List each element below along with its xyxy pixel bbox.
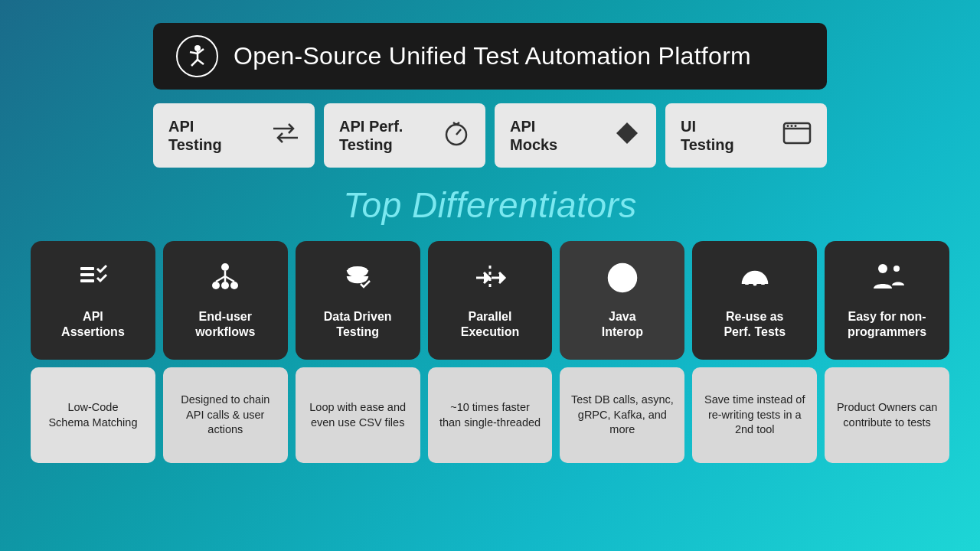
svg-rect-20 [80, 273, 94, 276]
checklist-icon [76, 261, 109, 302]
feature-api-assertions: APIAssertions [31, 241, 155, 360]
svg-point-25 [230, 282, 238, 289]
desc-low-code-text: Low-CodeSchema Matching [48, 400, 137, 430]
timer-icon [443, 119, 470, 152]
feature-java-interop-label: JavaInterop [602, 309, 643, 340]
svg-line-2 [190, 52, 198, 54]
tab-ui-testing[interactable]: UITesting [665, 103, 827, 168]
svg-point-41 [878, 264, 887, 273]
feature-easy-non-programmers: Easy for non-programmers [825, 241, 949, 360]
desc-loop-csv: Loop with ease and even use CSV files [296, 367, 420, 463]
svg-point-18 [795, 125, 797, 127]
tab-api-testing[interactable]: APITesting [153, 103, 315, 168]
feature-data-driven-label: Data DrivenTesting [324, 309, 392, 340]
svg-rect-21 [80, 279, 94, 282]
svg-point-24 [221, 282, 229, 289]
wrench-circle-icon [606, 261, 639, 302]
desc-loop-csv-text: Loop with ease and even use CSV files [306, 400, 410, 430]
desc-save-time: Save time instead of re-writing tests in… [692, 367, 817, 463]
speedometer-icon [738, 261, 772, 302]
tab-api-perf-label: API Perf.Testing [339, 117, 403, 154]
arrows-icon [272, 122, 299, 149]
tab-api-mocks[interactable]: APIMocks [495, 103, 656, 168]
diamond-icon [613, 119, 641, 152]
features-grid: APIAssertions End-userworkflows [31, 241, 949, 360]
header-title: Open-Source Unified Test Automation Plat… [234, 42, 751, 70]
svg-point-37 [753, 282, 756, 286]
person-star-icon [871, 261, 904, 302]
svg-point-17 [791, 125, 793, 127]
desc-grid: Low-CodeSchema Matching Designed to chai… [31, 367, 949, 463]
desc-product-owners: Product Owners can contribute to tests [825, 367, 949, 463]
tab-api-perf-testing[interactable]: API Perf.Testing [324, 103, 485, 168]
header-banner: Open-Source Unified Test Automation Plat… [153, 23, 827, 90]
svg-line-29 [225, 276, 234, 282]
svg-line-5 [198, 60, 204, 64]
svg-rect-19 [80, 267, 94, 270]
svg-point-0 [194, 45, 201, 51]
svg-line-27 [216, 276, 225, 282]
feature-end-user-workflows-label: End-userworkflows [195, 309, 255, 340]
tab-api-mocks-label: APIMocks [510, 117, 557, 154]
desc-chain-api-text: Designed to chain API calls & user actio… [174, 393, 277, 438]
svg-point-23 [212, 282, 220, 289]
svg-point-22 [221, 263, 229, 271]
feature-parallel-execution: ParallelExecution [428, 241, 553, 360]
feature-easy-non-programmers-label: Easy for non-programmers [848, 309, 926, 340]
logo-circle [176, 35, 218, 77]
svg-line-4 [191, 60, 198, 66]
api-tabs-row: APITesting API Perf.Testing APIMocks [153, 103, 827, 168]
svg-point-16 [787, 125, 789, 127]
feature-parallel-execution-label: ParallelExecution [461, 309, 519, 340]
desc-save-time-text: Save time instead of re-writing tests in… [703, 393, 806, 438]
tab-ui-testing-label: UITesting [681, 117, 734, 154]
svg-line-11 [456, 129, 461, 135]
desc-chain-api: Designed to chain API calls & user actio… [163, 367, 288, 463]
window-icon [782, 122, 812, 150]
database-check-icon [341, 261, 374, 302]
karate-logo-icon [184, 43, 211, 70]
desc-db-calls-text: Test DB calls, async, gRPC, Kafka, and m… [570, 393, 674, 438]
feature-java-interop: JavaInterop [560, 241, 684, 360]
desc-10x-faster: ~10 times faster than single-threaded [428, 367, 553, 463]
feature-reuse-perf-label: Re-use asPerf. Tests [724, 309, 786, 340]
desc-10x-faster-text: ~10 times faster than single-threaded [439, 400, 542, 430]
hierarchy-icon [208, 261, 242, 302]
feature-api-assertions-label: APIAssertions [61, 309, 125, 340]
feature-data-driven-testing: Data DrivenTesting [296, 241, 420, 360]
svg-point-42 [893, 266, 900, 272]
feature-end-user-workflows: End-userworkflows [163, 241, 288, 360]
desc-db-calls: Test DB calls, async, gRPC, Kafka, and m… [560, 367, 684, 463]
feature-reuse-perf-tests: Re-use asPerf. Tests [692, 241, 817, 360]
svg-marker-13 [616, 122, 638, 144]
parallel-lines-icon [473, 261, 507, 302]
section-title: Top Differentiators [343, 184, 637, 226]
desc-low-code: Low-CodeSchema Matching [31, 367, 155, 463]
tab-api-testing-label: APITesting [168, 117, 222, 154]
desc-product-owners-text: Product Owners can contribute to tests [835, 400, 939, 430]
